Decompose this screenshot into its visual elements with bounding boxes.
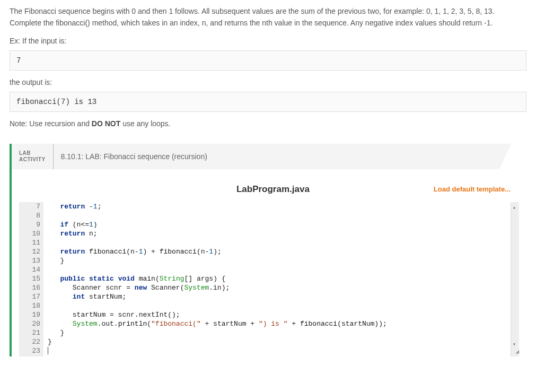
code-line[interactable]: public static void main(String[] args) { xyxy=(48,274,519,283)
code-line[interactable] xyxy=(48,265,519,274)
line-number: 9 xyxy=(19,220,40,229)
code-line[interactable]: startNum = scnr.nextInt(); xyxy=(48,310,519,319)
note-prefix: Note: Use recursion and xyxy=(10,119,92,128)
lab-tab-line2: ACTIVITY xyxy=(19,156,46,163)
problem-description: The Fibonacci sequence begins with 0 and… xyxy=(10,5,526,29)
note-suffix: use any loops. xyxy=(120,119,170,128)
lab-activity-block: LAB ACTIVITY 8.10.1: LAB: Fibonacci sequ… xyxy=(10,144,526,356)
text-cursor xyxy=(48,347,48,354)
line-number: 7 xyxy=(19,202,40,211)
code-lines[interactable]: return -1; if (n<=1) return n; return fi… xyxy=(43,202,519,355)
scroll-up-icon[interactable]: ▴ xyxy=(513,203,516,212)
code-line[interactable]: } xyxy=(48,328,519,337)
editor-toolbar: LabProgram.java Load default template... xyxy=(19,179,519,202)
lab-header: LAB ACTIVITY 8.10.1: LAB: Fibonacci sequ… xyxy=(12,144,526,169)
code-editor[interactable]: 7891011121314151617181920212223 return -… xyxy=(19,202,519,356)
line-number: 17 xyxy=(19,292,40,301)
code-line[interactable]: return fibonacci(n-1) + fibonacci(n-1); xyxy=(48,247,519,256)
line-number: 16 xyxy=(19,283,40,292)
line-number: 20 xyxy=(19,319,40,328)
line-number: 12 xyxy=(19,247,40,256)
code-line[interactable]: if (n<=1) xyxy=(48,220,519,229)
line-number: 19 xyxy=(19,310,40,319)
editor-filename: LabProgram.java xyxy=(112,184,434,195)
input-label: Ex: If the input is: xyxy=(10,37,526,45)
line-number: 21 xyxy=(19,328,40,337)
resize-grip-icon[interactable]: ◢ xyxy=(515,347,519,356)
code-line[interactable] xyxy=(48,238,519,247)
line-number: 15 xyxy=(19,274,40,283)
code-line[interactable]: int startNum; xyxy=(48,292,519,301)
line-number: 10 xyxy=(19,229,40,238)
load-default-template-link[interactable]: Load default template... xyxy=(434,185,511,193)
code-line[interactable]: return n; xyxy=(48,229,519,238)
input-example-box: 7 xyxy=(10,50,526,71)
code-line[interactable]: return -1; xyxy=(48,202,519,211)
code-line[interactable] xyxy=(48,301,519,310)
code-line[interactable] xyxy=(48,346,519,355)
note-bold: DO NOT xyxy=(92,119,120,128)
note-text: Note: Use recursion and DO NOT use any l… xyxy=(10,119,526,128)
lab-tab-line1: LAB xyxy=(19,150,46,156)
code-line[interactable]: } xyxy=(48,337,519,346)
code-line[interactable]: } xyxy=(48,256,519,265)
line-number-gutter: 7891011121314151617181920212223 xyxy=(19,202,43,356)
editor-panel: LabProgram.java Load default template...… xyxy=(12,169,526,356)
line-number: 14 xyxy=(19,265,40,274)
line-number: 18 xyxy=(19,301,40,310)
lab-title: 8.10.1: LAB: Fibonacci sequence (recursi… xyxy=(54,144,215,169)
code-line[interactable]: Scanner scnr = new Scanner(System.in); xyxy=(48,283,519,292)
line-number: 8 xyxy=(19,211,40,220)
output-example-box: fibonacci(7) is 13 xyxy=(10,92,526,112)
line-number: 13 xyxy=(19,256,40,265)
output-label: the output is: xyxy=(10,78,526,86)
line-number: 22 xyxy=(19,337,40,346)
code-line[interactable] xyxy=(48,211,519,220)
line-number: 11 xyxy=(19,238,40,247)
vertical-scrollbar[interactable]: ▴ ▾ ◢ xyxy=(511,202,519,356)
lab-tab: LAB ACTIVITY xyxy=(12,144,54,169)
line-number: 23 xyxy=(19,346,40,355)
code-line[interactable]: System.out.println("fibonacci(" + startN… xyxy=(48,319,519,328)
